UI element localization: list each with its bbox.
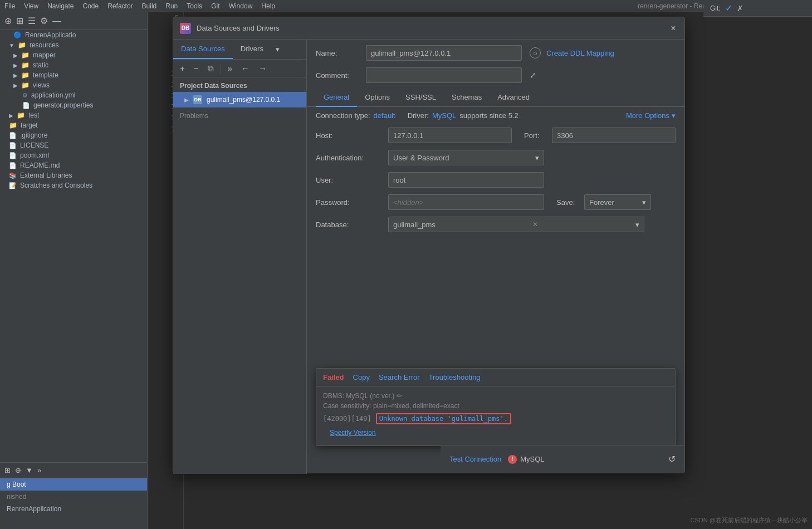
sidebar-item-label: LICENSE (20, 141, 48, 149)
tab-drivers[interactable]: Drivers (233, 40, 271, 59)
run-item-finished[interactable]: nished (0, 491, 148, 503)
conn-type-value[interactable]: default (374, 111, 395, 120)
file-gitignore-icon: 📄 (9, 132, 17, 139)
database-dropdown[interactable]: gulimall_pms ✕ ▾ (388, 217, 644, 232)
password-input[interactable] (388, 194, 544, 210)
run-item-boot[interactable]: g Boot (0, 478, 148, 491)
sidebar-item-resources[interactable]: ▼ 📁 resources (0, 40, 147, 50)
run-toolbar-icon-4[interactable]: » (37, 466, 41, 474)
add-button[interactable]: + (178, 62, 187, 74)
name-label: Name: (316, 49, 360, 57)
more-button[interactable]: » (226, 62, 234, 74)
copy-button[interactable]: ⧉ (206, 62, 216, 75)
db-clear-icon[interactable]: ✕ (532, 221, 538, 228)
sidebar-icon-3[interactable]: ☰ (28, 16, 36, 26)
sidebar-item-gitignore[interactable]: 📄 .gitignore (0, 130, 147, 140)
sidebar-item-label: views (33, 81, 50, 89)
sidebar-item-ext-libs[interactable]: 📚 External Libraries (0, 170, 147, 180)
sidebar-icon-2[interactable]: ⊞ (16, 16, 23, 26)
copy-link[interactable]: Copy (353, 373, 370, 381)
menu-build[interactable]: Build (142, 2, 157, 10)
menu-help[interactable]: Help (261, 2, 275, 10)
git-bar: Git: ✓ ✗ (703, 0, 812, 17)
dialog-bottom-bar: Test Connection ! MySQL ↺ (441, 445, 684, 473)
tab-options[interactable]: Options (357, 89, 398, 107)
create-ddl-link[interactable]: Create DDL Mapping (546, 49, 614, 57)
menu-git[interactable]: Git (211, 2, 219, 10)
error-highlight-text[interactable]: Unknown database 'gulimall_pms'. (376, 413, 511, 424)
menu-view[interactable]: View (24, 2, 38, 10)
sidebar-item-readme[interactable]: 📄 README.md (0, 160, 147, 170)
menu-code[interactable]: Code (83, 2, 99, 10)
connection-type-row: Connection type: default Driver: MySQL s… (307, 107, 684, 124)
git-check-icon[interactable]: ✓ (725, 3, 732, 13)
specify-version-link[interactable]: Specify Version (323, 427, 668, 441)
user-input[interactable] (388, 172, 544, 188)
datasource-item[interactable]: ▶ DB gulimall_pms@127.0.0.1 (173, 92, 306, 107)
folder-resources-icon: 📁 (18, 41, 26, 49)
sidebar-icon-5[interactable]: — (52, 16, 61, 26)
sidebar-item-scratches[interactable]: 📝 Scratches and Consoles (0, 180, 147, 190)
test-connection-button[interactable]: Test Connection (449, 455, 501, 463)
sidebar-item-license[interactable]: 📄 LICENSE (0, 140, 147, 150)
tab-dropdown[interactable]: ▾ (271, 40, 284, 59)
tab-general[interactable]: General (316, 89, 357, 107)
expand-arrow-icon: ▶ (13, 62, 18, 68)
port-input[interactable] (552, 128, 676, 143)
remove-button[interactable]: − (192, 62, 201, 74)
sidebar-icon-4[interactable]: ⚙ (40, 16, 48, 26)
tab-schemas[interactable]: Schemas (444, 89, 490, 107)
port-label: Port: (524, 131, 546, 140)
sidebar-item-application-yml[interactable]: ⚙ application.yml (0, 90, 147, 100)
sidebar-item-test[interactable]: ▶ 📁 test (0, 110, 147, 120)
name-input[interactable] (366, 45, 522, 61)
tab-sshssl[interactable]: SSH/SSL (398, 89, 444, 107)
sidebar-item-mapper[interactable]: ▶ 📁 mapper (0, 50, 147, 60)
edit-icon[interactable]: ✏ (397, 392, 402, 400)
sidebar-item-renren[interactable]: 🔵 RenrenApplicatio (0, 30, 147, 40)
forward-button[interactable]: → (256, 62, 269, 74)
failed-label: Failed (323, 373, 344, 381)
git-x-icon[interactable]: ✗ (737, 4, 743, 13)
more-options-link[interactable]: More Options ▾ (626, 111, 676, 120)
expand-icon[interactable]: ⤢ (530, 71, 536, 80)
run-toolbar-icon-3[interactable]: ▼ (26, 466, 33, 474)
run-toolbar-icon-1[interactable]: ⊞ (4, 466, 11, 474)
sidebar-item-static[interactable]: ▶ 📁 static (0, 60, 147, 70)
tab-datasources[interactable]: Data Sources (173, 40, 233, 59)
file-pom-icon: 📄 (9, 152, 17, 159)
comment-label: Comment: (316, 71, 360, 80)
dialog-close-button[interactable]: × (669, 24, 678, 33)
sidebar-icon-1[interactable]: ⊕ (4, 16, 12, 26)
host-input[interactable] (388, 128, 512, 143)
menu-window[interactable]: Window (229, 2, 253, 10)
menu-file[interactable]: File (4, 2, 15, 10)
save-dropdown-arrow-icon: ▾ (642, 198, 646, 207)
name-row: Name: ○ Create DDL Mapping (307, 40, 684, 66)
save-dropdown[interactable]: Forever ▾ (584, 194, 651, 210)
menu-refactor[interactable]: Refactor (107, 2, 133, 10)
sidebar-item-pom[interactable]: 📄 poom.xml (0, 150, 147, 160)
status-error-icon: ! (508, 455, 517, 464)
menu-navigate[interactable]: Navigate (47, 2, 74, 10)
auth-dropdown[interactable]: User & Password ▾ (388, 150, 544, 165)
status-db-name: MySQL (520, 455, 544, 463)
sidebar-item-label: External Libraries (20, 172, 72, 179)
menu-tools[interactable]: Tools (187, 2, 202, 10)
driver-value[interactable]: MySQL (432, 111, 456, 120)
sidebar-item-views[interactable]: ▶ 📁 views (0, 80, 147, 90)
troubleshooting-link[interactable]: Troubleshooting (429, 373, 481, 381)
sidebar-item-template[interactable]: ▶ 📁 template (0, 70, 147, 80)
run-item-renren[interactable]: RenrenApplication (0, 503, 148, 515)
problems-area: Problems (173, 107, 306, 124)
refresh-button[interactable]: ↺ (668, 454, 676, 464)
comment-input[interactable] (366, 67, 522, 83)
sidebar-item-target[interactable]: 📁 target (0, 120, 147, 130)
menu-run[interactable]: Run (165, 2, 178, 10)
back-button[interactable]: ← (239, 62, 252, 74)
sidebar-item-label: poom.xml (20, 151, 49, 159)
search-error-link[interactable]: Search Error (379, 373, 420, 381)
run-toolbar-icon-2[interactable]: ⊕ (15, 466, 21, 474)
sidebar-item-generator-props[interactable]: 📄 generator.properties (0, 100, 147, 110)
tab-advanced[interactable]: Advanced (490, 89, 537, 107)
